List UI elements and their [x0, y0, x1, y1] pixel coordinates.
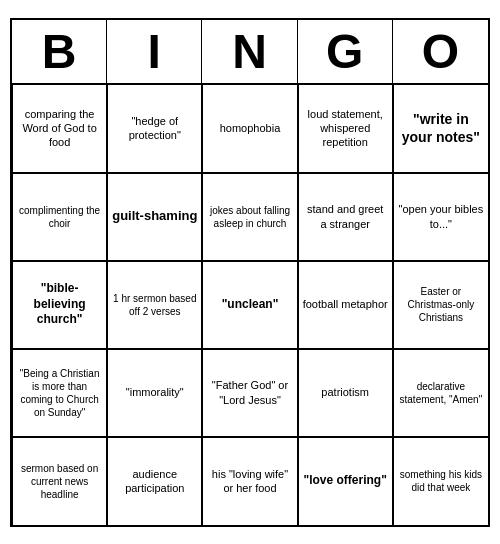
bingo-card: BINGO comparing the Word of God to food"… — [10, 18, 490, 527]
bingo-cell-8: stand and greet a stranger — [298, 173, 393, 261]
bingo-cell-20: sermon based on current news headline — [12, 437, 107, 525]
bingo-cell-6: guilt-shaming — [107, 173, 202, 261]
bingo-letter-o: O — [393, 20, 488, 83]
bingo-grid: comparing the Word of God to food"hedge … — [12, 85, 488, 525]
bingo-cell-9: "open your bibles to..." — [393, 173, 488, 261]
bingo-cell-16: "immorality" — [107, 349, 202, 437]
bingo-header: BINGO — [12, 20, 488, 85]
bingo-letter-g: G — [298, 20, 393, 83]
bingo-cell-14: Easter or Christmas-only Christians — [393, 261, 488, 349]
bingo-cell-4: "write in your notes" — [393, 85, 488, 173]
bingo-cell-2: homophobia — [202, 85, 297, 173]
bingo-cell-15: "Being a Christian is more than coming t… — [12, 349, 107, 437]
bingo-cell-19: declarative statement, "Amen" — [393, 349, 488, 437]
bingo-cell-22: his "loving wife" or her food — [202, 437, 297, 525]
bingo-cell-17: "Father God" or "Lord Jesus" — [202, 349, 297, 437]
bingo-cell-11: 1 hr sermon based off 2 verses — [107, 261, 202, 349]
bingo-cell-5: complimenting the choir — [12, 173, 107, 261]
bingo-letter-b: B — [12, 20, 107, 83]
bingo-cell-18: patriotism — [298, 349, 393, 437]
bingo-cell-23: "love offering" — [298, 437, 393, 525]
bingo-cell-0: comparing the Word of God to food — [12, 85, 107, 173]
bingo-cell-10: "bible-believing church" — [12, 261, 107, 349]
bingo-letter-n: N — [202, 20, 297, 83]
bingo-cell-21: audience participation — [107, 437, 202, 525]
bingo-cell-1: "hedge of protection" — [107, 85, 202, 173]
bingo-cell-7: jokes about falling asleep in church — [202, 173, 297, 261]
bingo-cell-3: loud statement, whispered repetition — [298, 85, 393, 173]
bingo-cell-12: "unclean" — [202, 261, 297, 349]
bingo-cell-24: something his kids did that week — [393, 437, 488, 525]
bingo-cell-13: football metaphor — [298, 261, 393, 349]
bingo-letter-i: I — [107, 20, 202, 83]
